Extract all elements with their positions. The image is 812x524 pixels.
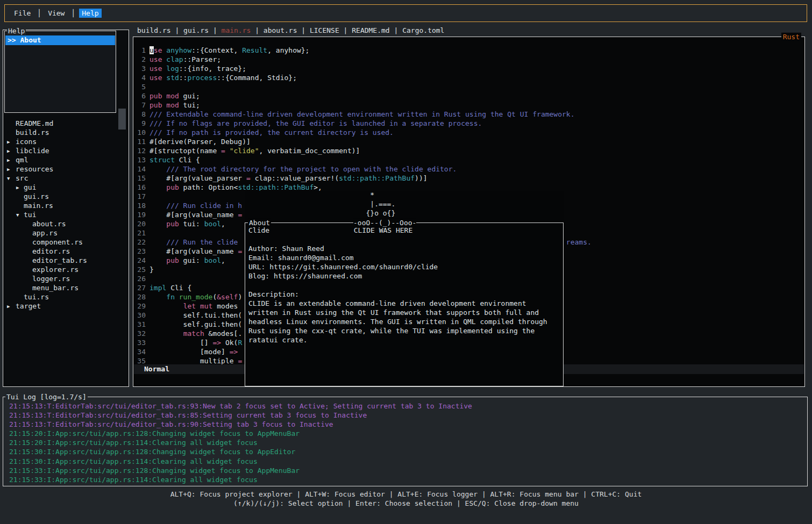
explorer-item-gui.rs[interactable]: gui.rs <box>3 192 129 201</box>
explorer-item-README.md[interactable]: README.md <box>3 119 129 128</box>
menu-separator: │ <box>67 9 79 17</box>
explorer-item-qml[interactable]: ▶qml <box>3 155 129 164</box>
tab-gui.rs[interactable]: gui.rs <box>183 26 209 34</box>
about-dialog-body: Clide CLIDE WAS HEREAuthor: Shaun ReedEm… <box>248 226 561 344</box>
code-line: 1use anyhow::{Context, Result, anyhow}; <box>134 46 804 55</box>
menu-separator: │ <box>33 9 45 17</box>
about-text-line <box>248 281 561 290</box>
explorer-item-about.rs[interactable]: about.rs <box>3 219 129 228</box>
line-number: 9 <box>134 119 146 128</box>
code-token: = <box>246 174 251 182</box>
tab-LICENSE[interactable]: LICENSE <box>310 26 339 34</box>
code-token: process <box>187 74 217 82</box>
code-token: mod <box>166 101 179 109</box>
line-number: 28 <box>134 292 146 302</box>
chevron-collapsed-icon: ▶ <box>7 156 10 165</box>
explorer-item-label: build.rs <box>16 128 49 137</box>
code-token: ))] <box>415 174 427 182</box>
code-line: 12#[structopt(name = "clide", verbatim_d… <box>134 146 804 155</box>
explorer-item-label: src <box>16 174 28 182</box>
code-token-tail: reams. <box>566 238 592 247</box>
code-token: , anyhow}; <box>267 46 309 54</box>
code-token <box>196 302 200 310</box>
code-token: bool <box>204 220 221 228</box>
menu-item-help[interactable]: Help <box>79 9 101 18</box>
explorer-item-tui[interactable]: ▼tui <box>3 210 129 219</box>
code-line: 9/// If no flags are provided, the GUI e… <box>134 119 804 128</box>
menu-item-file[interactable]: File <box>11 9 33 18</box>
code-line: 6pub mod gui; <box>134 91 804 101</box>
code-token: pub <box>149 92 162 100</box>
code-line: 3use log::{info, trace}; <box>134 64 804 73</box>
explorer-item-build.rs[interactable]: build.rs <box>3 128 129 137</box>
help-menu-option-about[interactable]: >> About <box>5 35 115 45</box>
code-token: #[derive(Parser, Debug)] <box>149 138 251 146</box>
code-token: path: Option< <box>179 183 238 191</box>
log-entry-info: 21:15:20:I:App:src/tui/app.rs:114:Cleari… <box>9 438 472 447</box>
menu-bar: File│View│Help <box>4 4 807 22</box>
code-token <box>149 183 166 191</box>
tab-build.rs[interactable]: build.rs <box>137 26 171 34</box>
line-number: 7 <box>134 101 146 110</box>
tab-Cargo.toml[interactable]: Cargo.toml <box>402 26 444 34</box>
menu-item-view[interactable]: View <box>45 9 67 18</box>
log-entry-info: 21:15:30:I:App:src/tui/app.rs:128:Changi… <box>9 447 472 456</box>
explorer-item-label: target <box>16 302 41 310</box>
code-token: ::{Command, Stdio}; <box>217 74 297 82</box>
line-number: 12 <box>134 146 146 155</box>
line-number: 34 <box>134 347 146 356</box>
about-text-line: ratatui crate. <box>248 335 561 344</box>
explorer-item-label: editor.rs <box>32 247 70 255</box>
code-token: std::path::PathBuf <box>238 183 314 191</box>
shortcut-help-line2: (↑/k)/(↓/j): Select option | Enter: Choo… <box>0 499 812 508</box>
code-token: /// Extendable command-line driven devel… <box>149 110 575 118</box>
code-line: 5 <box>134 82 804 91</box>
explorer-item-resources[interactable]: ▶resources <box>3 164 129 174</box>
code-token: clap::value_parser!( <box>251 174 339 182</box>
chevron-collapsed-icon: ▶ <box>7 138 10 147</box>
code-token: [] <box>149 339 212 347</box>
line-number: 31 <box>134 320 146 329</box>
about-text-line: URL: https://git.shaunreed.com/shaunrd0/… <box>248 262 561 271</box>
code-token <box>149 293 166 301</box>
code-token: bool <box>204 256 221 264</box>
explorer-scrollbar-thumb[interactable] <box>118 109 126 130</box>
code-token: use <box>149 74 162 82</box>
code-token: log <box>166 64 179 73</box>
code-token: = <box>221 147 225 155</box>
help-dropdown: Help >> About <box>4 31 116 113</box>
explorer-item-editor_tab.rs[interactable]: editor_tab.rs <box>3 256 129 265</box>
tab-main.rs[interactable]: main.rs <box>222 26 251 34</box>
explorer-item-label: qml <box>16 156 28 164</box>
explorer-item-label: libclide <box>16 147 49 155</box>
explorer-item-editor.rs[interactable]: editor.rs <box>3 247 129 256</box>
about-text-line: Author: Shaun Reed <box>248 244 561 253</box>
explorer-item-explorer.rs[interactable]: explorer.rs <box>3 265 129 274</box>
code-line: 8/// Extendable command-line driven deve… <box>134 110 804 119</box>
explorer-item-component.rs[interactable]: component.rs <box>3 238 129 247</box>
explorer-item-src[interactable]: ▼src <box>3 174 129 183</box>
code-token: [mode] <box>149 348 230 356</box>
explorer-item-app.rs[interactable]: app.rs <box>3 228 129 238</box>
explorer-item-tui.rs[interactable]: tui.rs <box>3 292 129 302</box>
code-token: #[arg(value_parser <box>149 174 246 182</box>
shortcut-help-line1: ALT+Q: Focus project explorer | ALT+W: F… <box>0 490 812 499</box>
explorer-item-libclide[interactable]: ▶libclide <box>3 146 129 155</box>
code-token: self.tui.then( <box>149 311 242 319</box>
explorer-item-target[interactable]: ▶target <box>3 302 129 311</box>
explorer-item-menu_bar.rs[interactable]: menu_bar.rs <box>3 283 129 292</box>
ascii-owl-art: * |.===. {}o o{} <box>353 190 395 218</box>
help-dropdown-title: Help <box>7 27 26 35</box>
explorer-item-logger.rs[interactable]: logger.rs <box>3 274 129 283</box>
chevron-collapsed-icon: ▶ <box>7 147 10 156</box>
tab-README.md[interactable]: README.md <box>352 26 389 34</box>
explorer-item-main.rs[interactable]: main.rs <box>3 201 129 210</box>
explorer-item-icons[interactable]: ▶icons <box>3 137 129 146</box>
code-line: 14 /// The root directory for the projec… <box>134 164 804 174</box>
code-token: #[arg(value_name <box>149 211 238 219</box>
line-number: 30 <box>134 311 146 320</box>
code-token: clap <box>166 55 183 63</box>
explorer-item-gui[interactable]: ▶gui <box>3 183 129 192</box>
about-text-line: Clide CLIDE WAS HERE <box>248 226 561 235</box>
tab-about.rs[interactable]: about.rs <box>263 26 297 34</box>
